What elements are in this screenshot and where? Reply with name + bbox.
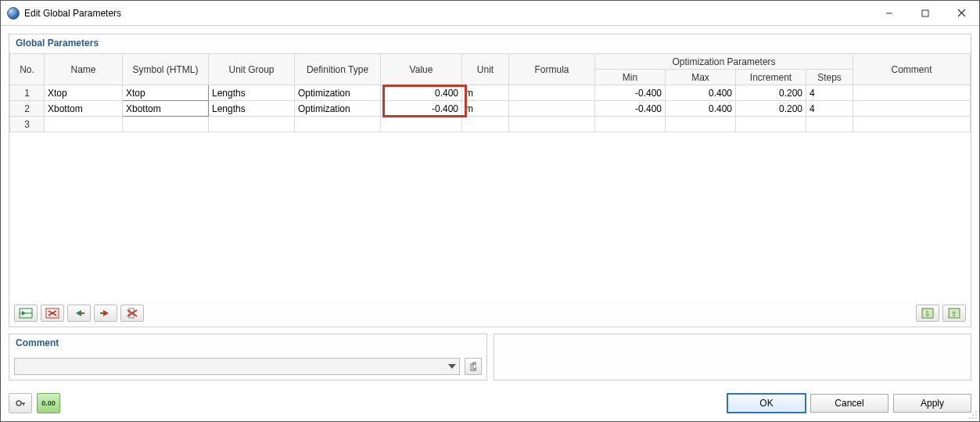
arrow-right-icon	[99, 308, 113, 319]
cell-unit-group[interactable]	[209, 117, 295, 132]
cell-steps[interactable]: 4	[806, 101, 853, 117]
cell-comment[interactable]	[853, 117, 971, 132]
resize-grip-icon[interactable]	[968, 410, 978, 420]
cell-value[interactable]: -0.400	[381, 101, 462, 117]
svg-point-30	[969, 417, 971, 419]
delete-row-button[interactable]	[41, 305, 64, 322]
copy-icon	[470, 362, 476, 371]
export-excel-button[interactable]: ⇩	[916, 305, 939, 322]
cell-increment[interactable]: 0.200	[736, 85, 806, 101]
grid-toolbar: ⇩ ⇧	[9, 300, 971, 326]
col-steps[interactable]: Steps	[806, 70, 853, 85]
table-row[interactable]: 1 Xtop Xtop Lengths Optimization 0.400 m…	[10, 85, 971, 101]
svg-point-27	[975, 411, 977, 413]
svg-line-3	[958, 9, 965, 16]
ok-button[interactable]: OK	[727, 394, 806, 413]
col-symbol[interactable]: Symbol (HTML)	[123, 54, 209, 85]
cell-formula[interactable]	[509, 117, 595, 132]
cell-formula[interactable]	[509, 101, 595, 117]
col-group-optimization: Optimization Parameters	[595, 54, 853, 70]
cell-symbol[interactable]	[123, 117, 209, 132]
col-name[interactable]: Name	[45, 54, 123, 85]
svg-point-24	[16, 401, 21, 406]
comment-library-button[interactable]	[465, 358, 482, 375]
cell-comment[interactable]	[853, 101, 971, 117]
window-title: Edit Global Parameters	[24, 8, 121, 19]
cell-formula[interactable]	[509, 85, 595, 101]
cancel-button[interactable]: Cancel	[810, 394, 888, 413]
arrow-left-icon	[72, 308, 86, 319]
shift-left-button[interactable]	[67, 305, 91, 322]
titlebar: Edit Global Parameters	[1, 1, 979, 26]
col-min[interactable]: Min	[595, 70, 666, 85]
cell-comment[interactable]	[853, 85, 971, 101]
preview-panel	[494, 334, 972, 381]
apply-button[interactable]: Apply	[893, 394, 971, 413]
global-parameters-header: Global Parameters	[9, 34, 971, 53]
cell-increment[interactable]	[736, 117, 806, 132]
cell-symbol[interactable]: Xbottom	[123, 101, 209, 117]
col-unit-group[interactable]: Unit Group	[209, 54, 295, 85]
cell-unit[interactable]: m	[462, 101, 509, 117]
col-comment[interactable]: Comment	[853, 54, 971, 85]
units-badge-label: 0.00	[41, 399, 56, 407]
cell-name[interactable]	[45, 117, 123, 132]
column-delete-icon	[125, 308, 139, 319]
cell-no[interactable]: 2	[10, 101, 45, 117]
svg-marker-6	[22, 311, 26, 316]
cell-min[interactable]	[595, 117, 666, 132]
table-row[interactable]: 2 Xbottom Xbottom Lengths Optimization -…	[10, 101, 971, 117]
cell-max[interactable]	[666, 117, 736, 132]
col-definition-type[interactable]: Definition Type	[295, 54, 381, 85]
col-increment[interactable]: Increment	[736, 70, 806, 85]
global-parameters-panel: Global Parameters	[9, 34, 971, 327]
app-icon	[7, 7, 20, 20]
cell-no[interactable]: 3	[10, 117, 45, 132]
cell-unit-group[interactable]: Lengths	[209, 85, 295, 101]
parameters-grid[interactable]: No. Name Symbol (HTML) Unit Group Defini…	[9, 53, 971, 300]
cell-name[interactable]: Xtop	[45, 85, 123, 101]
comment-combo[interactable]	[14, 358, 460, 375]
import-excel-button[interactable]: ⇧	[942, 305, 966, 322]
cell-unit-group[interactable]: Lengths	[209, 101, 295, 117]
cell-definition-type[interactable]	[295, 117, 381, 132]
insert-row-button[interactable]	[14, 305, 38, 322]
units-button[interactable]: 0.00	[37, 393, 60, 413]
cell-definition-type[interactable]: Optimization	[295, 101, 381, 117]
svg-marker-12	[103, 310, 109, 316]
svg-point-31	[972, 417, 974, 419]
shift-right-button[interactable]	[94, 305, 117, 322]
svg-marker-10	[76, 310, 81, 316]
cell-min[interactable]: -0.400	[595, 85, 666, 101]
svg-marker-21	[448, 364, 456, 369]
col-no[interactable]: No.	[10, 54, 45, 85]
cell-max[interactable]: 0.400	[666, 85, 736, 101]
cell-increment[interactable]: 0.200	[736, 101, 806, 117]
maximize-button[interactable]	[907, 1, 943, 26]
cell-min[interactable]: -0.400	[595, 101, 666, 117]
cell-value[interactable]: 0.400	[381, 85, 462, 101]
cell-max[interactable]: 0.400	[666, 101, 736, 117]
cell-steps[interactable]	[806, 117, 853, 132]
minimize-button[interactable]	[871, 1, 907, 26]
close-button[interactable]	[943, 1, 979, 26]
cell-value[interactable]	[381, 117, 462, 132]
table-delete-icon	[45, 308, 59, 319]
col-unit[interactable]: Unit	[462, 54, 509, 85]
cell-definition-type[interactable]: Optimization	[295, 85, 381, 101]
col-max[interactable]: Max	[666, 70, 736, 85]
cell-unit[interactable]	[462, 117, 509, 132]
cell-name[interactable]: Xbottom	[45, 101, 123, 117]
cell-symbol[interactable]: Xtop	[123, 85, 209, 101]
clear-column-button[interactable]	[120, 305, 144, 322]
help-button[interactable]	[9, 393, 32, 413]
svg-point-28	[972, 414, 974, 416]
col-formula[interactable]: Formula	[509, 54, 595, 85]
svg-text:⇩: ⇩	[924, 310, 931, 318]
cell-steps[interactable]: 4	[806, 85, 853, 101]
cell-no[interactable]: 1	[10, 85, 45, 101]
table-row[interactable]: 3	[10, 117, 971, 132]
svg-point-32	[975, 417, 977, 419]
col-value[interactable]: Value	[381, 54, 462, 85]
cell-unit[interactable]: m	[462, 85, 509, 101]
